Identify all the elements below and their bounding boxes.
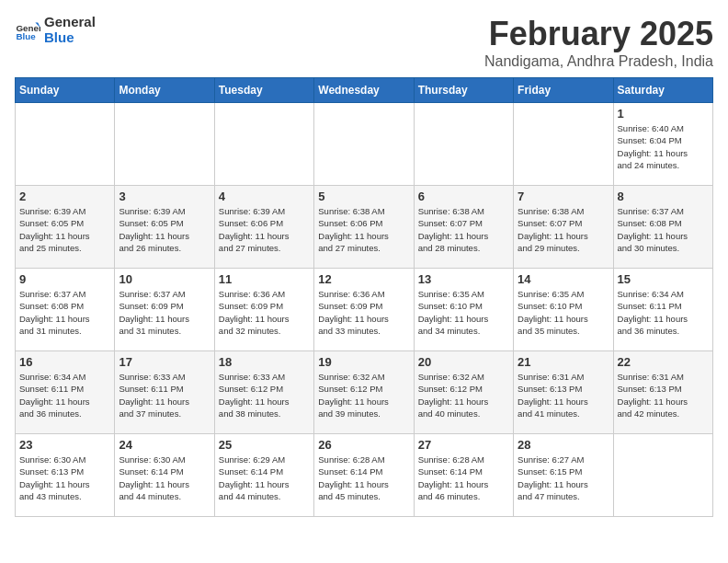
day-cell: 1Sunrise: 6:40 AM Sunset: 6:04 PM Daylig… <box>613 103 712 186</box>
day-info: Sunrise: 6:35 AM Sunset: 6:10 PM Dayligh… <box>518 288 609 337</box>
week-row-5: 23Sunrise: 6:30 AM Sunset: 6:13 PM Dayli… <box>16 434 713 517</box>
day-number: 21 <box>518 355 609 369</box>
day-cell: 14Sunrise: 6:35 AM Sunset: 6:10 PM Dayli… <box>514 269 613 351</box>
day-number: 16 <box>19 355 110 369</box>
svg-text:Blue: Blue <box>16 30 36 40</box>
day-number: 7 <box>518 190 609 203</box>
week-row-3: 9Sunrise: 6:37 AM Sunset: 6:08 PM Daylig… <box>16 269 713 351</box>
day-info: Sunrise: 6:37 AM Sunset: 6:08 PM Dayligh… <box>19 288 110 337</box>
day-header-sunday: Sunday <box>16 78 115 103</box>
day-number: 3 <box>119 190 210 203</box>
logo-icon: General Blue <box>15 17 40 43</box>
day-number: 15 <box>618 272 709 286</box>
day-number: 14 <box>518 272 609 286</box>
day-number: 12 <box>318 272 409 286</box>
day-cell <box>613 434 712 517</box>
day-cell: 24Sunrise: 6:30 AM Sunset: 6:14 PM Dayli… <box>115 434 214 517</box>
day-cell: 2Sunrise: 6:39 AM Sunset: 6:05 PM Daylig… <box>16 186 115 269</box>
day-cell: 12Sunrise: 6:36 AM Sunset: 6:09 PM Dayli… <box>314 269 414 351</box>
day-number: 6 <box>418 190 509 203</box>
day-cell: 13Sunrise: 6:35 AM Sunset: 6:10 PM Dayli… <box>414 269 513 351</box>
day-info: Sunrise: 6:35 AM Sunset: 6:10 PM Dayligh… <box>418 288 509 337</box>
day-cell <box>214 103 313 186</box>
day-cell: 15Sunrise: 6:34 AM Sunset: 6:11 PM Dayli… <box>613 269 712 351</box>
header: General Blue General Blue February 2025 … <box>15 15 713 70</box>
day-cell: 7Sunrise: 6:38 AM Sunset: 6:07 PM Daylig… <box>514 186 613 269</box>
day-number: 18 <box>219 355 310 369</box>
day-number: 17 <box>119 355 210 369</box>
day-number: 20 <box>418 355 509 369</box>
week-row-1: 1Sunrise: 6:40 AM Sunset: 6:04 PM Daylig… <box>16 103 713 186</box>
day-info: Sunrise: 6:34 AM Sunset: 6:11 PM Dayligh… <box>618 288 709 337</box>
day-cell: 23Sunrise: 6:30 AM Sunset: 6:13 PM Dayli… <box>16 434 115 517</box>
day-info: Sunrise: 6:30 AM Sunset: 6:13 PM Dayligh… <box>19 454 110 502</box>
day-cell: 3Sunrise: 6:39 AM Sunset: 6:05 PM Daylig… <box>115 186 214 269</box>
day-number: 5 <box>318 190 409 203</box>
calendar-table: SundayMondayTuesdayWednesdayThursdayFrid… <box>15 77 713 517</box>
day-cell <box>414 103 513 186</box>
day-info: Sunrise: 6:32 AM Sunset: 6:12 PM Dayligh… <box>318 371 409 419</box>
day-info: Sunrise: 6:38 AM Sunset: 6:06 PM Dayligh… <box>318 205 409 254</box>
day-cell: 28Sunrise: 6:27 AM Sunset: 6:15 PM Dayli… <box>514 434 613 517</box>
day-cell: 22Sunrise: 6:31 AM Sunset: 6:13 PM Dayli… <box>613 351 712 434</box>
day-cell <box>514 103 613 186</box>
day-number: 27 <box>418 438 509 452</box>
logo-general: General <box>44 15 96 30</box>
day-info: Sunrise: 6:32 AM Sunset: 6:12 PM Dayligh… <box>418 371 509 419</box>
day-info: Sunrise: 6:33 AM Sunset: 6:12 PM Dayligh… <box>219 371 310 419</box>
day-number: 24 <box>119 438 210 452</box>
day-cell: 4Sunrise: 6:39 AM Sunset: 6:06 PM Daylig… <box>214 186 313 269</box>
day-number: 25 <box>219 438 310 452</box>
calendar-header-row: SundayMondayTuesdayWednesdayThursdayFrid… <box>16 78 713 103</box>
day-header-thursday: Thursday <box>414 78 513 103</box>
day-cell: 20Sunrise: 6:32 AM Sunset: 6:12 PM Dayli… <box>414 351 513 434</box>
day-info: Sunrise: 6:30 AM Sunset: 6:14 PM Dayligh… <box>119 454 210 502</box>
day-info: Sunrise: 6:33 AM Sunset: 6:11 PM Dayligh… <box>119 371 210 419</box>
day-cell: 25Sunrise: 6:29 AM Sunset: 6:14 PM Dayli… <box>214 434 313 517</box>
day-number: 26 <box>318 438 409 452</box>
day-number: 23 <box>19 438 110 452</box>
day-header-wednesday: Wednesday <box>314 78 414 103</box>
day-info: Sunrise: 6:28 AM Sunset: 6:14 PM Dayligh… <box>418 454 509 502</box>
week-row-4: 16Sunrise: 6:34 AM Sunset: 6:11 PM Dayli… <box>16 351 713 434</box>
day-cell: 6Sunrise: 6:38 AM Sunset: 6:07 PM Daylig… <box>414 186 513 269</box>
day-cell: 26Sunrise: 6:28 AM Sunset: 6:14 PM Dayli… <box>314 434 414 517</box>
day-cell: 8Sunrise: 6:37 AM Sunset: 6:08 PM Daylig… <box>613 186 712 269</box>
day-number: 10 <box>119 272 210 286</box>
day-header-monday: Monday <box>115 78 214 103</box>
day-cell: 11Sunrise: 6:36 AM Sunset: 6:09 PM Dayli… <box>214 269 313 351</box>
day-header-tuesday: Tuesday <box>214 78 313 103</box>
logo-blue: Blue <box>44 30 96 46</box>
day-info: Sunrise: 6:36 AM Sunset: 6:09 PM Dayligh… <box>219 288 310 337</box>
calendar-body: 1Sunrise: 6:40 AM Sunset: 6:04 PM Daylig… <box>16 103 713 517</box>
day-number: 11 <box>219 272 310 286</box>
day-info: Sunrise: 6:40 AM Sunset: 6:04 PM Dayligh… <box>618 122 709 171</box>
day-number: 2 <box>19 190 110 203</box>
day-cell <box>115 103 214 186</box>
day-number: 19 <box>318 355 409 369</box>
logo: General Blue General Blue <box>15 15 96 45</box>
day-cell: 10Sunrise: 6:37 AM Sunset: 6:09 PM Dayli… <box>115 269 214 351</box>
day-info: Sunrise: 6:34 AM Sunset: 6:11 PM Dayligh… <box>19 371 110 419</box>
day-number: 13 <box>418 272 509 286</box>
day-info: Sunrise: 6:31 AM Sunset: 6:13 PM Dayligh… <box>618 371 709 419</box>
day-cell: 16Sunrise: 6:34 AM Sunset: 6:11 PM Dayli… <box>16 351 115 434</box>
day-cell <box>16 103 115 186</box>
day-cell: 17Sunrise: 6:33 AM Sunset: 6:11 PM Dayli… <box>115 351 214 434</box>
day-number: 8 <box>618 190 709 203</box>
day-number: 9 <box>19 272 110 286</box>
day-info: Sunrise: 6:37 AM Sunset: 6:08 PM Dayligh… <box>618 205 709 254</box>
title-area: February 2025 Nandigama, Andhra Pradesh,… <box>484 15 713 70</box>
day-info: Sunrise: 6:36 AM Sunset: 6:09 PM Dayligh… <box>318 288 409 337</box>
day-info: Sunrise: 6:39 AM Sunset: 6:06 PM Dayligh… <box>219 205 310 254</box>
week-row-2: 2Sunrise: 6:39 AM Sunset: 6:05 PM Daylig… <box>16 186 713 269</box>
day-info: Sunrise: 6:31 AM Sunset: 6:13 PM Dayligh… <box>518 371 609 419</box>
day-cell: 5Sunrise: 6:38 AM Sunset: 6:06 PM Daylig… <box>314 186 414 269</box>
day-info: Sunrise: 6:39 AM Sunset: 6:05 PM Dayligh… <box>19 205 110 254</box>
day-header-saturday: Saturday <box>613 78 712 103</box>
day-cell: 9Sunrise: 6:37 AM Sunset: 6:08 PM Daylig… <box>16 269 115 351</box>
month-year: February 2025 <box>484 15 713 53</box>
day-info: Sunrise: 6:29 AM Sunset: 6:14 PM Dayligh… <box>219 454 310 502</box>
location: Nandigama, Andhra Pradesh, India <box>484 53 713 70</box>
day-cell: 27Sunrise: 6:28 AM Sunset: 6:14 PM Dayli… <box>414 434 513 517</box>
